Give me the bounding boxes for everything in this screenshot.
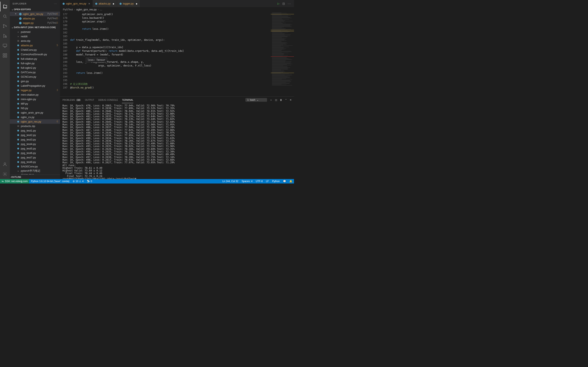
minimap[interactable]	[271, 12, 294, 96]
tree-item[interactable]: ⬤CorrectAndSmooth.py	[10, 52, 60, 57]
tab-output[interactable]: OUTPUT	[85, 97, 94, 103]
python-interpreter[interactable]: Python 3.6.10 64-bit ('base': conda)	[29, 180, 71, 183]
feedback-icon[interactable]: 💬	[281, 180, 288, 183]
tree-item[interactable]: ⬤pyg_test3.py	[10, 137, 60, 142]
close-icon[interactable]: ×	[88, 2, 90, 5]
tree-item[interactable]: ▤products.zip	[10, 124, 60, 128]
open-editor-item[interactable]: ⬤logger.pyPyGTest3	[10, 21, 60, 25]
workspace-label: DATA-INPUT [SSH: NET.VIDEOJJ.COM]	[14, 26, 56, 29]
terminal-label: TERMINAL	[122, 99, 133, 101]
python-file-icon: ⬤	[62, 2, 65, 5]
tree-item[interactable]: ›手写数字识	[10, 173, 60, 175]
terminal-selector[interactable]: 1: bash ⌄	[245, 98, 267, 102]
py-icon: ⬤	[16, 107, 20, 109]
file-name: SAGEConv.py	[21, 165, 58, 168]
eol-status[interactable]: LF	[264, 180, 270, 183]
run-icon[interactable]	[0, 31, 10, 41]
close-panel-icon[interactable]: ✕	[290, 99, 292, 101]
split-editor-icon[interactable]: ◫	[282, 2, 285, 5]
file-name: pyg_test5.py	[21, 147, 58, 150]
tree-item[interactable]: ⬤GCNConv.py	[10, 75, 60, 79]
file-name: mini-citation.py	[21, 93, 58, 96]
search-icon[interactable]	[0, 11, 10, 21]
tree-item[interactable]: ⬤full-citation.py	[10, 57, 60, 61]
breadcrumb[interactable]: PyGTest› ogbn_gcn_res.py› ...	[60, 7, 294, 12]
editor-tab[interactable]: ⬤logger.py●	[117, 0, 140, 7]
tree-item[interactable]: ⬤SAGEConv.py	[10, 164, 60, 169]
breadcrumb-file: ogbn_gcn_res.py	[76, 8, 96, 11]
file-name: pyg_test2.py	[21, 133, 58, 137]
code-content[interactable]: optimizer.zero_grad() loss.backward() op…	[70, 12, 271, 96]
tab-debug-console[interactable]: DEBUG CONSOLE	[98, 97, 118, 103]
file-name: products.zip	[21, 125, 58, 128]
account-icon[interactable]	[0, 159, 10, 169]
run-file-icon[interactable]: ▷	[277, 2, 279, 5]
problems-status[interactable]: ⊘10⚠4	[71, 180, 85, 183]
split-terminal-icon[interactable]: ◫	[275, 99, 277, 101]
kill-terminal-icon[interactable]: 🗑	[280, 99, 282, 101]
extensions-icon[interactable]	[0, 50, 10, 60]
outline-header[interactable]: ›OUTLINE	[10, 175, 60, 179]
close-icon[interactable]: ×	[14, 12, 17, 15]
maximize-panel-icon[interactable]: ⌃	[285, 99, 287, 101]
tree-item[interactable]: ⬤ChebConv.py	[10, 48, 60, 52]
tree-item[interactable]: ⬤ogbn_gcn_res.py6	[10, 119, 60, 124]
tree-item[interactable]: ⬤attacks.py5	[10, 43, 60, 48]
zip-icon: ▤	[16, 40, 20, 42]
tree-item[interactable]: ⬤pyg_test5.py	[10, 146, 60, 151]
indent-status[interactable]: Spaces: 4	[240, 180, 254, 183]
open-editor-item[interactable]: ×⬤ogbn_gcn_res.pyPyGTest6	[10, 12, 60, 16]
ports-status[interactable]: 📡0	[85, 180, 94, 183]
tree-item[interactable]: ⬤full-ogbn.py	[10, 61, 60, 66]
tree-item[interactable]: ⬤gnn.py	[10, 79, 60, 83]
tree-item[interactable]: ⬤mini-ogbn.py	[10, 97, 60, 101]
settings-gear-icon[interactable]	[0, 169, 10, 179]
tree-item[interactable]: ⬤full-ogbn2.py	[10, 66, 60, 70]
more-icon[interactable]: ···	[54, 2, 57, 5]
file-name: pubmed	[21, 30, 58, 33]
tree-item[interactable]: ›pubmed	[10, 30, 60, 34]
tree-item[interactable]: ⬤ogbn_arxiv_gnn.py	[10, 110, 60, 115]
tree-item[interactable]: ⬤ogbn_cs.py	[10, 115, 60, 119]
tree-item[interactable]: ⬤GATConv.py	[10, 70, 60, 75]
scm-icon[interactable]	[0, 21, 10, 31]
tab-label: ogbn_gcn_res.py	[66, 2, 86, 5]
open-editors-header[interactable]: ⌄OPEN EDITORS	[10, 7, 60, 12]
explorer-icon[interactable]	[0, 2, 10, 11]
language-status[interactable]: Python	[270, 180, 281, 183]
editor-tab[interactable]: ⬤attacks.py●	[93, 0, 117, 7]
tree-item[interactable]: ⬤pyg_test4.py	[10, 142, 60, 146]
tree-item[interactable]: ⬤logger.py3	[10, 88, 60, 92]
remote-indicator[interactable]: ⇋SSH: net.videojj.com	[0, 179, 29, 184]
open-editor-item[interactable]: ⬤attacks.pyPyGTest5	[10, 16, 60, 21]
new-terminal-icon[interactable]: ＋	[270, 99, 272, 101]
editor-tab[interactable]: ⬤ogbn_gcn_res.py×	[60, 0, 93, 7]
encoding-status[interactable]: UTF-8	[254, 180, 264, 183]
tree-item[interactable]: ⬤MP.py	[10, 101, 60, 106]
tree-item[interactable]: ▤arxiv.zip	[10, 39, 60, 43]
tab-terminal[interactable]: TERMINAL	[122, 97, 133, 103]
tree-item[interactable]: ›reddit	[10, 34, 60, 39]
hover-tooltip: loss: Tensor	[86, 58, 107, 62]
tree-item[interactable]: ⬤LabelPropagation.py	[10, 83, 60, 88]
terminal-output[interactable]: Run: 10, Epoch: 478, Loss: 0.2663, Train…	[60, 103, 294, 179]
py-icon: ⬤	[16, 161, 20, 163]
remote-icon[interactable]	[0, 41, 10, 50]
more-actions-icon[interactable]: ···	[288, 2, 291, 5]
tree-item[interactable]: ⬤pyg_test1.py	[10, 128, 60, 133]
status-bar: ⇋SSH: net.videojj.com Python 3.6.10 64-b…	[0, 179, 294, 184]
tree-item[interactable]: ⬤NS.py	[10, 106, 60, 110]
tab-label: logger.py	[123, 2, 134, 5]
tree-item[interactable]: ⬤pyg_test6.py	[10, 151, 60, 155]
notifications-icon[interactable]: 🔔	[288, 180, 294, 183]
tree-item[interactable]: ›pytorch学习笔记	[10, 169, 60, 173]
tree-item[interactable]: ⬤pyg_test8.py	[10, 160, 60, 164]
tab-problems[interactable]: PROBLEMS14	[62, 97, 81, 103]
workspace-header[interactable]: ⌄DATA-INPUT [SSH: NET.VIDEOJJ.COM]	[10, 25, 60, 30]
code-editor[interactable]: 177 178 179 180 181 182 183 184 185 186 …	[60, 12, 271, 96]
tree-item[interactable]: ⬤mini-citation.py	[10, 92, 60, 97]
file-name: pyg_test8.py	[21, 160, 58, 164]
tree-item[interactable]: ⬤pyg_test7.py	[10, 155, 60, 160]
tree-item[interactable]: ⬤pyg_test2.py	[10, 133, 60, 137]
cursor-position[interactable]: Ln 244, Col 32	[221, 180, 240, 183]
